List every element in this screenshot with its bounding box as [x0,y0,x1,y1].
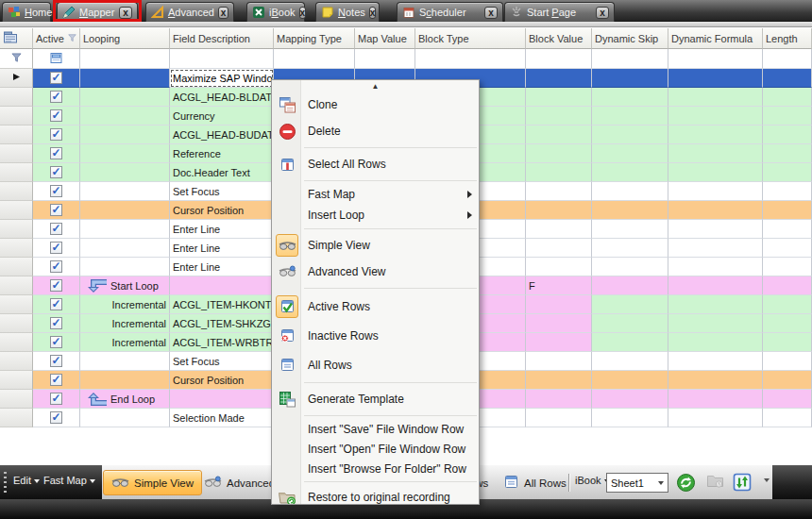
grid-cell[interactable] [668,69,763,88]
grid-cell[interactable] [592,220,668,239]
block-value-cell[interactable]: F [526,276,592,295]
menu-item-all-rows[interactable]: All Rows [272,350,479,379]
field-description-cell[interactable]: Currency [170,107,274,126]
menu-item-insert-save-file-window-row[interactable]: Insert "Save" File Window Row [272,419,479,439]
filter-cell-dynamic-formula[interactable] [668,49,763,69]
looping-cell[interactable] [80,258,170,276]
looping-cell[interactable] [80,88,170,107]
edit-menu-button[interactable]: Edit [13,475,40,486]
grid-cell[interactable] [668,314,763,333]
filter-cell-block-type[interactable] [415,49,526,69]
active-checkbox[interactable]: ✓ [50,411,62,424]
grid-cell[interactable] [592,182,668,201]
grid-cell[interactable] [668,144,763,163]
close-icon[interactable]: x [299,7,307,19]
active-checkbox[interactable]: ✓ [50,355,62,367]
grid-cell[interactable] [763,258,812,276]
grid-cell[interactable] [668,258,763,276]
looping-cell[interactable] [80,220,170,239]
grid-cell[interactable] [668,333,763,352]
active-checkbox[interactable]: ✓ [50,336,62,348]
grid-cell[interactable] [763,276,812,295]
grid-cell[interactable] [668,371,763,390]
active-checkbox-cell[interactable]: ✓ [33,352,80,371]
menu-item-clone[interactable]: Clone [272,92,479,118]
block-value-cell[interactable] [526,239,592,258]
grid-cell[interactable] [592,163,668,182]
all-rows-button[interactable]: All Rows [496,470,574,495]
row-selector[interactable] [0,144,33,163]
menu-item-insert-open-file-window-row[interactable]: Insert "Open" File Window Row [272,439,479,459]
block-value-cell[interactable] [526,409,592,427]
looping-cell[interactable] [80,69,170,88]
active-checkbox-cell[interactable]: ✓ [33,163,80,182]
tab-advanced[interactable]: Advancedx [145,2,234,22]
active-checkbox-cell[interactable]: ✓ [33,144,80,163]
tab-ibook[interactable]: iBookx [246,2,305,22]
grid-cell[interactable] [668,390,763,409]
active-checkbox[interactable]: ✓ [50,317,62,329]
menu-item-generate-template[interactable]: Generate Template [272,386,479,412]
grid-cell[interactable] [592,390,668,409]
active-checkbox[interactable]: ✓ [50,279,62,292]
row-selector[interactable] [0,220,33,239]
grid-cell[interactable] [668,409,763,427]
grid-cell[interactable] [763,295,812,314]
grid-cell[interactable] [668,88,763,107]
tab-mapper[interactable]: Mapperx [57,2,138,22]
tab-home[interactable]: Home [2,2,51,22]
row-selector[interactable] [0,371,33,390]
menu-item-insert-browse-for-folder-row[interactable]: Insert "Browse For Folder" Row [272,459,479,478]
block-value-cell[interactable] [526,144,592,163]
looping-cell[interactable]: End Loop [80,390,170,409]
block-value-cell[interactable] [526,88,592,107]
grid-cell[interactable] [763,163,812,182]
grid-cell[interactable] [668,220,763,239]
active-checkbox[interactable]: ✓ [50,91,62,103]
active-checkbox[interactable]: ✓ [50,374,62,386]
field-description-cell[interactable]: ACGL_ITEM-HKONT [170,295,274,314]
grid-cell[interactable] [763,88,812,107]
grid-cell[interactable] [763,352,812,371]
block-value-cell[interactable] [526,220,592,239]
close-icon[interactable]: x [119,7,132,19]
active-checkbox[interactable]: ✓ [50,72,62,84]
menu-item-fast-map[interactable]: Fast Map [272,184,479,205]
field-description-cell[interactable]: ACGL_ITEM-WRBTR [170,333,274,352]
block-value-cell[interactable] [526,258,592,276]
active-checkbox-cell[interactable]: ✓ [33,258,80,276]
menu-item-insert-loop[interactable]: Insert Loop [272,205,479,226]
field-description-cell[interactable]: Set Focus [170,182,274,201]
row-selector[interactable] [0,258,33,276]
grid-cell[interactable] [763,126,812,144]
grid-cell[interactable] [592,144,668,163]
column-header-looping[interactable]: Looping [80,28,170,49]
filter-cell-field-description[interactable] [170,49,274,69]
row-selector[interactable] [0,314,33,333]
looping-cell[interactable] [80,163,170,182]
field-description-cell[interactable]: Enter Line [170,258,274,276]
fast-map-menu-button[interactable]: Fast Map [43,475,95,486]
active-checkbox-cell[interactable]: ✓ [33,239,80,258]
row-selector[interactable] [0,163,33,182]
field-description-cell[interactable] [170,390,274,409]
grid-cell[interactable] [592,409,668,427]
filter-cell-length[interactable] [763,49,812,69]
looping-cell[interactable] [80,352,170,371]
grid-cell[interactable] [592,295,668,314]
block-value-cell[interactable] [526,390,592,409]
looping-cell[interactable]: Incremental [80,333,170,352]
filter-cell-looping[interactable] [80,49,170,69]
field-description-cell[interactable]: ACGL_HEAD-BUDAT [170,126,274,144]
menu-item-active-rows[interactable]: Active Rows [272,292,479,321]
grid-cell[interactable] [592,371,668,390]
looping-cell[interactable] [80,107,170,126]
column-header-dynamic-skip[interactable]: Dynamic Skip [592,28,668,49]
block-value-cell[interactable] [526,163,592,182]
grid-cell[interactable] [592,333,668,352]
field-description-cell[interactable]: ACGL_HEAD-BLDAT [170,88,274,107]
grid-cell[interactable] [592,107,668,126]
close-icon[interactable]: x [369,7,377,19]
active-checkbox[interactable]: ✓ [50,166,62,178]
menu-item-inactive-rows[interactable]: Inactive Rows [272,321,479,350]
